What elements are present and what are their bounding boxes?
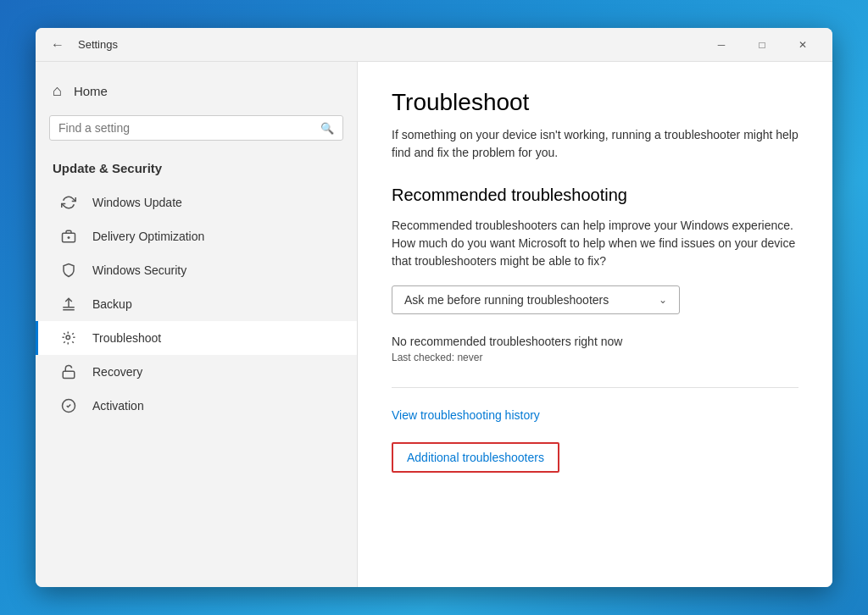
page-title: Troubleshoot <box>392 89 798 116</box>
titlebar: ← Settings ─ □ ✕ <box>36 28 832 62</box>
window-title: Settings <box>78 38 702 51</box>
content-area: ⌂ Home 🔍 Update & Security Wi <box>36 62 832 587</box>
recommended-section-desc: Recommended troubleshooters can help imp… <box>392 217 798 270</box>
additional-troubleshooters-button[interactable]: Additional troubleshooters <box>392 442 559 473</box>
sidebar-item-windows-update[interactable]: Windows Update <box>36 186 357 219</box>
settings-window: ← Settings ─ □ ✕ ⌂ Home 🔍 Update & Secur… <box>36 28 832 587</box>
divider <box>392 387 798 388</box>
delivery-optimization-icon <box>55 228 82 245</box>
search-box: 🔍 <box>49 115 343 141</box>
svg-rect-7 <box>63 371 75 378</box>
activation-icon <box>55 397 82 414</box>
windows-update-label: Windows Update <box>92 196 182 209</box>
delivery-optimization-label: Delivery Optimization <box>92 230 204 243</box>
recovery-icon <box>55 363 82 380</box>
sidebar-item-delivery-optimization[interactable]: Delivery Optimization <box>36 219 357 253</box>
view-history-link[interactable]: View troubleshooting history <box>392 408 798 422</box>
recovery-label: Recovery <box>92 365 142 379</box>
windows-update-icon <box>55 194 82 211</box>
sidebar-item-troubleshoot[interactable]: Troubleshoot <box>36 321 357 355</box>
windows-security-label: Windows Security <box>92 263 186 277</box>
sidebar-item-backup[interactable]: Backup <box>36 287 357 321</box>
maximize-button[interactable]: □ <box>743 31 782 58</box>
troubleshoot-label: Troubleshoot <box>92 331 161 345</box>
windows-security-icon <box>55 262 82 279</box>
troubleshoot-dropdown[interactable]: Ask me before running troubleshooters ⌄ <box>392 285 680 314</box>
home-label: Home <box>74 84 108 98</box>
window-controls: ─ □ ✕ <box>702 31 822 58</box>
sidebar: ⌂ Home 🔍 Update & Security Wi <box>36 62 358 587</box>
back-button[interactable]: ← <box>46 33 70 57</box>
dropdown-arrow-icon: ⌄ <box>659 294 667 306</box>
svg-point-6 <box>66 335 70 340</box>
sidebar-item-activation[interactable]: Activation <box>36 389 357 423</box>
troubleshoot-icon <box>55 330 82 346</box>
no-troubleshooters-label: No recommended troubleshooters right now <box>392 335 798 348</box>
backup-icon <box>55 296 82 313</box>
sidebar-item-recovery[interactable]: Recovery <box>36 355 357 389</box>
main-content: Troubleshoot If something on your device… <box>358 62 832 587</box>
search-icon: 🔍 <box>320 122 334 135</box>
sidebar-section-header: Update & Security <box>36 154 357 186</box>
activation-label: Activation <box>92 399 144 413</box>
nav-home[interactable]: ⌂ Home <box>36 75 357 107</box>
sidebar-item-windows-security[interactable]: Windows Security <box>36 253 357 287</box>
search-input[interactable] <box>58 121 320 135</box>
last-checked-label: Last checked: never <box>392 352 798 363</box>
recommended-section-title: Recommended troubleshooting <box>392 186 798 205</box>
dropdown-value: Ask me before running troubleshooters <box>404 293 609 307</box>
home-icon: ⌂ <box>53 82 62 100</box>
intro-text: If something on your device isn't workin… <box>392 126 798 162</box>
minimize-button[interactable]: ─ <box>702 31 741 58</box>
backup-label: Backup <box>92 297 132 311</box>
close-button[interactable]: ✕ <box>783 31 822 58</box>
